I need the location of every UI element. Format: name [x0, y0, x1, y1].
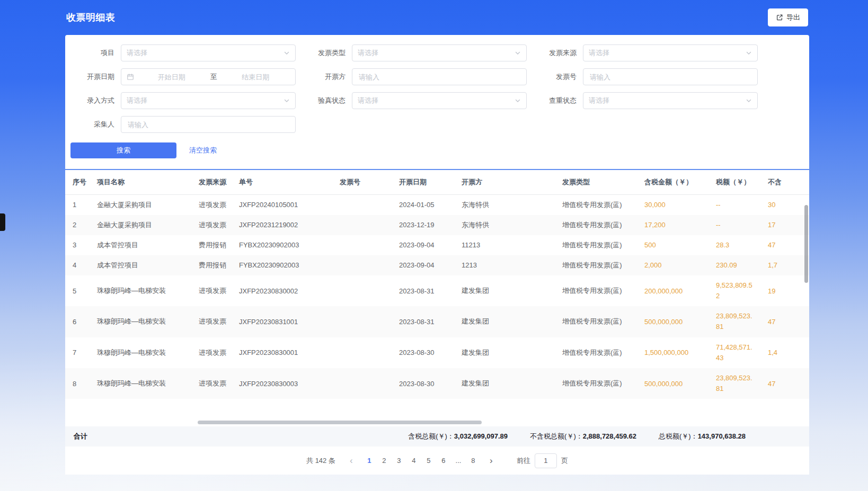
- column-header: 开票日期: [392, 170, 454, 194]
- table-row[interactable]: 3成本管控项目费用报销FYBX202309020032023-09-041121…: [65, 235, 809, 255]
- column-header: 含税金额（￥）: [637, 170, 708, 194]
- pagination-goto-input[interactable]: [535, 453, 557, 468]
- export-icon: [776, 14, 783, 21]
- table-row[interactable]: 8珠穆朗玛峰—电梯安装进项发票JXFP202308300032023-08-30…: [65, 368, 809, 399]
- filter-invoice-no: 发票号: [533, 68, 764, 85]
- cell-source: 进项发票: [191, 215, 232, 235]
- cell-doc-no: FYBX20230902003: [232, 235, 332, 255]
- cell-issuer: 建发集团: [454, 306, 555, 337]
- cell-index: 3: [65, 235, 90, 255]
- cell-date: 2023-12-19: [392, 215, 454, 235]
- cell-source: 费用报销: [191, 235, 232, 255]
- cell-amount-incl: 500,000,000: [637, 368, 708, 399]
- dup-status-select[interactable]: 请选择: [583, 92, 758, 109]
- table-header-row: 序号项目名称发票来源单号发票号开票日期开票方发票类型含税金额（￥）税额（￥）不含: [65, 170, 809, 194]
- cell-date: 2023-08-30: [392, 337, 454, 368]
- pagination-page-1[interactable]: 1: [362, 453, 377, 468]
- table-row[interactable]: 2金融大厦采购项目进项发票JXFP202312190022023-12-19东海…: [65, 215, 809, 235]
- cell-project: 成本管控项目: [90, 235, 191, 255]
- pagination-prev-button[interactable]: ‹: [344, 453, 359, 468]
- cell-source: 费用报销: [191, 255, 232, 275]
- table-row[interactable]: 7珠穆朗玛峰—电梯安装进项发票JXFP202308300012023-08-30…: [65, 337, 809, 368]
- invoice-type-label: 发票类型: [302, 48, 352, 58]
- cell-invoice-no: [332, 194, 392, 215]
- receipt-detail-page: 收票明细表 导出 项目 请选择: [65, 0, 809, 475]
- table-row[interactable]: 4成本管控项目费用报销FYBX202309020032023-09-041213…: [65, 255, 809, 275]
- verify-status-label: 验真状态: [302, 96, 352, 105]
- collector-input[interactable]: [121, 116, 296, 133]
- cell-invoice-no: [332, 255, 392, 275]
- invoice-date-range[interactable]: 至: [121, 68, 296, 85]
- summary-amount-excl-tax-value: 2,888,728,459.62: [583, 432, 636, 440]
- pagination-page-3[interactable]: 3: [392, 453, 406, 468]
- pagination-next-button[interactable]: ›: [484, 453, 499, 468]
- end-date-input[interactable]: [222, 73, 290, 81]
- side-drawer-handle[interactable]: [0, 213, 5, 231]
- filter-invoice-source: 发票来源 请选择: [533, 44, 764, 61]
- invoice-no-label: 发票号: [533, 72, 583, 82]
- cell-type: 增值税专用发票(蓝): [555, 306, 637, 337]
- cell-amount-excl: 1,7: [760, 255, 809, 275]
- filter-grid: 项目 请选择 发票类型 请选择 发票来源: [65, 44, 809, 133]
- summary-amount-incl-tax-value: 3,032,699,097.89: [454, 432, 508, 440]
- cell-amount-incl: 200,000,000: [637, 275, 708, 306]
- table-row[interactable]: 1金融大厦采购项目进项发票JXFP202401050012024-01-05东海…: [65, 194, 809, 215]
- invoice-type-select[interactable]: 请选择: [352, 44, 527, 61]
- pagination-page-unit: 页: [561, 456, 568, 466]
- table-body: 1金融大厦采购项目进项发票JXFP202401050012024-01-05东海…: [65, 194, 809, 399]
- pagination-page-6[interactable]: 6: [436, 453, 451, 468]
- cell-date: 2023-08-30: [392, 368, 454, 399]
- pagination-page-8[interactable]: 8: [466, 453, 481, 468]
- invoice-source-select[interactable]: 请选择: [583, 44, 758, 61]
- summary-total-tax-label: 总税额(￥)：: [659, 432, 698, 440]
- table-row[interactable]: 6珠穆朗玛峰—电梯安装进项发票JXFP202308310012023-08-31…: [65, 306, 809, 337]
- clear-search-link[interactable]: 清空搜索: [189, 146, 217, 155]
- cell-date: 2023-08-31: [392, 275, 454, 306]
- vertical-scrollbar-thumb[interactable]: [804, 205, 808, 283]
- summary-total-tax: 总税额(￥)：143,970,638.28: [659, 432, 746, 441]
- verify-status-select[interactable]: 请选择: [352, 92, 527, 109]
- pagination-page-5[interactable]: 5: [421, 453, 436, 468]
- cell-type: 增值税专用发票(蓝): [555, 255, 637, 275]
- project-select[interactable]: 请选择: [121, 44, 296, 61]
- cell-tax: 9,523,809.52: [708, 275, 760, 306]
- cell-invoice-no: [332, 235, 392, 255]
- issuer-label: 开票方: [302, 72, 352, 82]
- chevron-down-icon: [746, 50, 752, 56]
- dup-status-label: 查重状态: [533, 96, 583, 105]
- cell-amount-incl: 500: [637, 235, 708, 255]
- cell-date: 2024-01-05: [392, 194, 454, 215]
- cell-source: 进项发票: [191, 368, 232, 399]
- pagination-page-2[interactable]: 2: [377, 453, 392, 468]
- entry-method-select[interactable]: 请选择: [121, 92, 296, 109]
- filter-actions: 搜索 清空搜索: [70, 142, 809, 158]
- start-date-input[interactable]: [137, 73, 206, 81]
- chevron-down-icon: [515, 97, 521, 104]
- column-header: 发票来源: [191, 170, 232, 194]
- cell-tax: 28.3: [708, 235, 760, 255]
- table-row[interactable]: 5珠穆朗玛峰—电梯安装进项发票JXFP202308300022023-08-31…: [65, 275, 809, 306]
- invoice-no-input[interactable]: [583, 68, 758, 85]
- cell-amount-excl: 47: [760, 368, 809, 399]
- pagination: 共 142 条 ‹ 123456...8 › 前往 页: [65, 447, 809, 475]
- search-button[interactable]: 搜索: [70, 142, 176, 158]
- cell-amount-incl: 17,200: [637, 215, 708, 235]
- filter-verify-status: 验真状态 请选择: [302, 92, 533, 109]
- cell-invoice-no: [332, 215, 392, 235]
- issuer-input[interactable]: [352, 68, 527, 85]
- cell-tax: 71,428,571.43: [708, 337, 760, 368]
- invoice-table-card: 序号项目名称发票来源单号发票号开票日期开票方发票类型含税金额（￥）税额（￥）不含…: [65, 170, 809, 475]
- chevron-down-icon: [284, 50, 290, 56]
- horizontal-scrollbar-thumb[interactable]: [198, 421, 482, 424]
- export-button[interactable]: 导出: [768, 8, 808, 26]
- cell-doc-no: JXFP20230830001: [232, 337, 332, 368]
- column-header: 项目名称: [90, 170, 191, 194]
- pagination-more[interactable]: ...: [451, 453, 466, 468]
- cell-amount-incl: 2,000: [637, 255, 708, 275]
- column-header: 开票方: [454, 170, 555, 194]
- filter-invoice-type: 发票类型 请选择: [302, 44, 533, 61]
- pagination-page-4[interactable]: 4: [406, 453, 421, 468]
- pagination-goto: 前往 页: [517, 453, 568, 468]
- column-header: 单号: [232, 170, 332, 194]
- cell-amount-excl: 47: [760, 235, 809, 255]
